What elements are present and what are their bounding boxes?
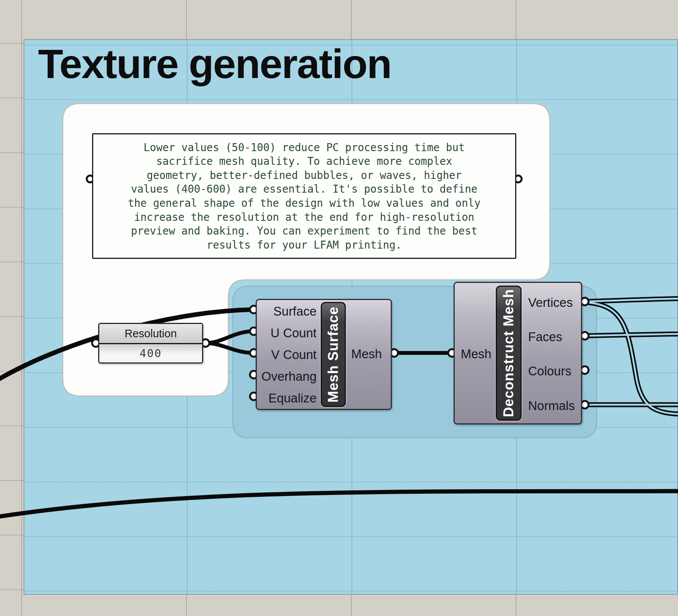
mesh-surface-name: Mesh Surface [325, 306, 341, 403]
mesh-surface-name-tag[interactable]: Mesh Surface [321, 302, 346, 407]
input-label-vcount: V Count [257, 344, 317, 365]
resolution-panel[interactable]: Resolution 400 [98, 323, 203, 364]
input-label-overhang: Overhang [257, 365, 317, 387]
deconstruct-mesh-name-tag[interactable]: Deconstruct Mesh [496, 286, 522, 421]
note-line: preview and baking. You can experiment t… [93, 224, 515, 238]
note-line: the general shape of the design with low… [93, 196, 515, 210]
note-line: values (400-600) are essential. It's pos… [93, 182, 515, 196]
note-line: geometry, better-defined bubbles, or wav… [93, 168, 515, 182]
note-panel[interactable]: Lower values (50-100) reduce PC processi… [92, 133, 516, 259]
input-label-mesh: Mesh [461, 346, 492, 362]
input-label-equalize: Equalize [257, 387, 317, 409]
mesh-surface-component[interactable]: Surface U Count V Count Overhang Equaliz… [256, 299, 392, 410]
output-label-faces: Faces [528, 329, 562, 345]
resolution-panel-name: Resolution [99, 324, 202, 344]
output-label-mesh: Mesh [351, 346, 382, 362]
input-label-ucount: U Count [257, 322, 317, 344]
group-title: Texture generation [38, 43, 391, 85]
deconstruct-mesh-name: Deconstruct Mesh [501, 289, 517, 417]
note-line: Lower values (50-100) reduce PC processi… [93, 140, 515, 155]
note-line: increase the resolution at the end for h… [93, 210, 515, 224]
output-label-vertices: Vertices [528, 295, 573, 311]
output-label-colours: Colours [528, 363, 571, 379]
note-line: sacrifice mesh quality. To achieve more … [93, 154, 515, 168]
note-line: results for your LFAM printing. [93, 238, 515, 252]
deconstruct-mesh-component[interactable]: Mesh Deconstruct Mesh Vertices Faces Col… [454, 282, 582, 424]
resolution-panel-value[interactable]: 400 [99, 344, 202, 362]
grasshopper-canvas[interactable]: Texture generation [0, 0, 678, 616]
input-label-surface: Surface [257, 300, 317, 322]
output-label-normals: Normals [528, 398, 575, 414]
